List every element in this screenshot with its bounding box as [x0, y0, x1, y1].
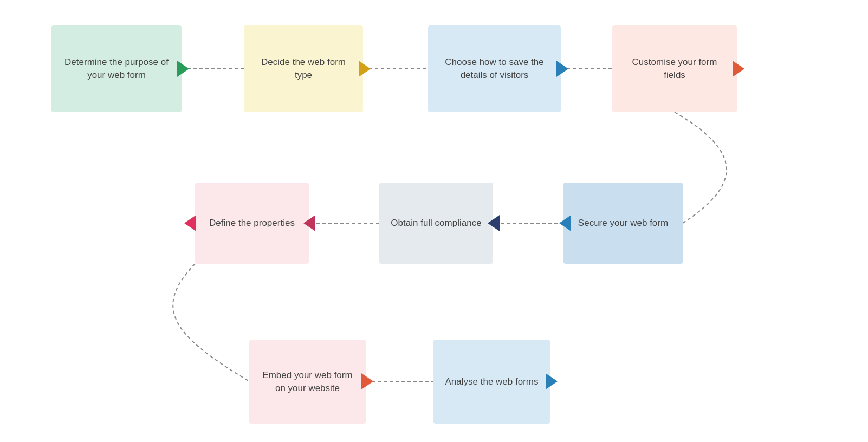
flowchart: Determine the purpose of your web form D…	[0, 0, 868, 442]
arrow-5-entry	[559, 215, 571, 231]
arrow-5	[488, 215, 500, 231]
node-determine: Determine the purpose of your web form	[51, 25, 182, 112]
node-decide: Decide the web form type	[244, 25, 363, 112]
node-embed: Embed your web form on your website	[249, 340, 366, 424]
arrow-3	[556, 61, 568, 77]
arrow-9	[546, 373, 558, 389]
arrow-7	[184, 215, 196, 231]
arrow-6	[303, 215, 315, 231]
node-secure: Secure your web form	[563, 183, 683, 264]
arrow-2	[359, 61, 371, 77]
node-choose: Choose how to save the details of visito…	[428, 25, 561, 112]
arrow-8	[361, 373, 373, 389]
arrow-1	[177, 61, 189, 77]
node-define: Define the properties	[195, 183, 309, 264]
arrow-4-right	[733, 61, 744, 77]
node-analyse: Analyse the web forms	[433, 340, 550, 424]
node-customise: Customise your form fields	[612, 25, 737, 112]
node-compliance: Obtain full compliance	[379, 183, 493, 264]
